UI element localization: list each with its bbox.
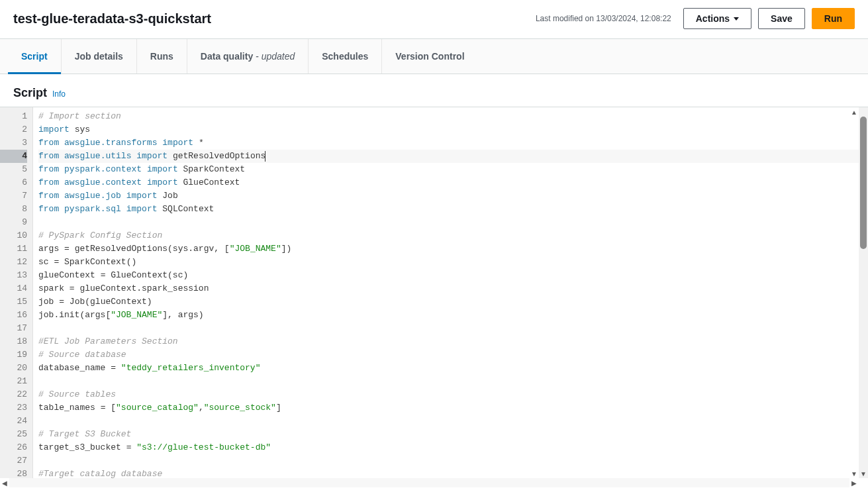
- text-caret: [265, 151, 265, 162]
- code-line[interactable]: # Import section: [38, 110, 859, 123]
- line-number-gutter: 1234567891011121314151617181920212223242…: [0, 107, 33, 478]
- code-line[interactable]: database_name = "teddy_retailers_invento…: [38, 362, 859, 375]
- tab-job-details[interactable]: Job details: [62, 39, 137, 74]
- tab-script[interactable]: Script: [8, 39, 62, 74]
- script-section-title: Script: [13, 86, 47, 100]
- scroll-down-icon[interactable]: ▼: [849, 469, 859, 478]
- actions-button-label: Actions: [696, 13, 730, 24]
- page-header: test-glue-teradata-s3-quickstart Last mo…: [0, 0, 868, 39]
- code-line[interactable]: # PySpark Config Section: [38, 229, 859, 242]
- code-line[interactable]: from awsglue.job import Job: [38, 189, 859, 203]
- caret-down-icon: [734, 17, 739, 21]
- code-line[interactable]: [38, 415, 859, 428]
- tab-schedules[interactable]: Schedules: [309, 39, 382, 74]
- code-editor[interactable]: 1234567891011121314151617181920212223242…: [0, 107, 868, 487]
- scroll-left-icon[interactable]: ◀: [0, 478, 9, 487]
- line-number: 19: [0, 348, 27, 362]
- code-line[interactable]: # Target S3 Bucket: [38, 428, 859, 441]
- line-number: 15: [0, 295, 27, 309]
- code-line[interactable]: from pyspark.context import SparkContext: [38, 163, 859, 176]
- line-number: 23: [0, 401, 27, 415]
- line-number: 16: [0, 309, 27, 322]
- tab-version-control[interactable]: Version Control: [382, 39, 477, 74]
- line-number: 12: [0, 256, 27, 269]
- line-number: 25: [0, 428, 27, 441]
- code-line[interactable]: from awsglue.transforms import *: [38, 136, 859, 150]
- line-number: 10: [0, 229, 27, 242]
- code-line[interactable]: #Target catalog database: [38, 468, 859, 478]
- line-number: 14: [0, 282, 27, 295]
- scroll-up-icon[interactable]: ▲: [849, 107, 859, 117]
- code-line[interactable]: job.init(args["JOB_NAME"], args): [38, 309, 859, 322]
- code-line[interactable]: sc = SparkContext(): [38, 256, 859, 269]
- line-number: 8: [0, 203, 27, 216]
- line-number: 26: [0, 441, 27, 454]
- line-number: 13: [0, 269, 27, 282]
- info-link[interactable]: Info: [52, 89, 66, 99]
- tab-data-quality-label: Data quality: [201, 51, 253, 62]
- code-area[interactable]: # Import sectionimport sysfrom awsglue.t…: [33, 107, 859, 478]
- scroll-down-icon[interactable]: ▼: [859, 469, 868, 478]
- line-number: 20: [0, 362, 27, 375]
- code-line[interactable]: table_names = ["source_catalog","source_…: [38, 401, 859, 415]
- horizontal-scrollbar[interactable]: [9, 478, 849, 487]
- tab-bar: Script Job details Runs Data quality - u…: [0, 39, 868, 74]
- line-number: 9: [0, 216, 27, 229]
- line-number: 3: [0, 136, 27, 150]
- line-number: 21: [0, 375, 27, 388]
- code-line[interactable]: job = Job(glueContext): [38, 295, 859, 309]
- tab-runs[interactable]: Runs: [137, 39, 187, 74]
- actions-button[interactable]: Actions: [683, 8, 751, 29]
- run-button[interactable]: Run: [812, 8, 855, 29]
- vertical-scrollbar[interactable]: [859, 107, 868, 478]
- line-number: 6: [0, 176, 27, 189]
- line-number: 4: [0, 150, 27, 163]
- code-line[interactable]: import sys: [38, 123, 859, 136]
- code-line[interactable]: spark = glueContext.spark_session: [38, 282, 859, 295]
- line-number: 22: [0, 388, 27, 401]
- code-line[interactable]: [38, 454, 859, 468]
- code-line[interactable]: target_s3_bucket = "s3://glue-test-bucke…: [38, 441, 859, 454]
- script-section-header: Script Info: [0, 74, 868, 107]
- last-modified-text: Last modified on 13/03/2024, 12:08:22: [536, 14, 671, 23]
- vertical-scroll-thumb[interactable]: [860, 117, 867, 249]
- line-number: 18: [0, 335, 27, 348]
- code-line[interactable]: [38, 375, 859, 388]
- code-line[interactable]: from awsglue.utils import getResolvedOpt…: [38, 150, 859, 163]
- code-line[interactable]: # Source database: [38, 348, 859, 362]
- line-number: 27: [0, 454, 27, 468]
- code-line[interactable]: glueContext = GlueContext(sc): [38, 269, 859, 282]
- line-number: 2: [0, 123, 27, 136]
- save-button[interactable]: Save: [758, 8, 805, 29]
- scroll-right-icon[interactable]: ▶: [849, 478, 859, 487]
- line-number: 11: [0, 242, 27, 256]
- line-number: 17: [0, 322, 27, 335]
- tab-data-quality[interactable]: Data quality - updated: [187, 39, 309, 74]
- line-number: 1: [0, 110, 27, 123]
- code-line[interactable]: [38, 216, 859, 229]
- code-line[interactable]: from awsglue.context import GlueContext: [38, 176, 859, 189]
- code-line[interactable]: args = getResolvedOptions(sys.argv, ["JO…: [38, 242, 859, 256]
- line-number: 7: [0, 189, 27, 203]
- code-line[interactable]: #ETL Job Parameters Section: [38, 335, 859, 348]
- line-number: 28: [0, 468, 27, 478]
- code-editor-viewport[interactable]: 1234567891011121314151617181920212223242…: [0, 107, 859, 478]
- tab-data-quality-updated: - updated: [253, 51, 295, 62]
- code-line[interactable]: [38, 322, 859, 335]
- line-number: 24: [0, 415, 27, 428]
- job-title: test-glue-teradata-s3-quickstart: [13, 11, 211, 26]
- line-number: 5: [0, 163, 27, 176]
- code-line[interactable]: # Source tables: [38, 388, 859, 401]
- header-actions: Last modified on 13/03/2024, 12:08:22 Ac…: [536, 8, 855, 29]
- code-line[interactable]: from pyspark.sql import SQLContext: [38, 203, 859, 216]
